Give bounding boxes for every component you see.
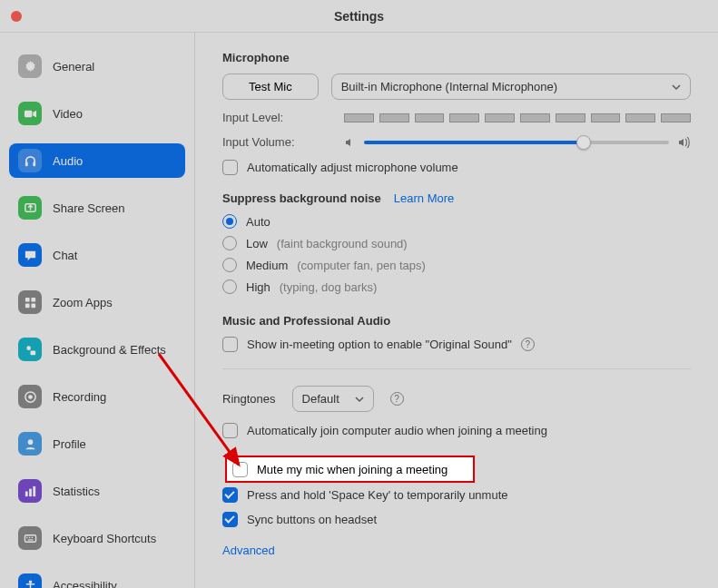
- noise-auto-radio[interactable]: [222, 214, 237, 229]
- microphone-heading: Microphone: [222, 51, 691, 64]
- svg-point-13: [27, 439, 33, 445]
- sidebar: GeneralVideoAudioShare ScreenChatZoom Ap…: [0, 33, 194, 588]
- chevron-down-icon: [672, 83, 681, 92]
- sync-headset-checkbox[interactable]: [222, 512, 238, 527]
- access-icon: [18, 573, 42, 588]
- bg-icon: [18, 338, 42, 361]
- svg-rect-5: [25, 297, 29, 301]
- svg-rect-7: [25, 303, 29, 308]
- svg-rect-15: [29, 488, 32, 495]
- sidebar-item-share-screen[interactable]: Share Screen: [9, 191, 185, 225]
- noise-option-hint: (faint background sound): [277, 237, 408, 250]
- noise-option-label: Medium: [246, 259, 288, 272]
- svg-rect-3: [33, 162, 35, 166]
- suppress-noise-heading: Suppress background noise: [222, 191, 381, 205]
- sidebar-item-label: Profile: [53, 437, 86, 451]
- sidebar-item-label: Video: [53, 107, 83, 121]
- apps-icon: [18, 290, 42, 314]
- ringtones-select[interactable]: Default: [292, 386, 374, 412]
- space-unmute-label: Press and hold 'Space Key' to temporaril…: [247, 488, 508, 502]
- sidebar-item-label: Share Screen: [53, 201, 125, 215]
- info-icon[interactable]: ?: [390, 392, 404, 406]
- volume-low-icon: [344, 137, 355, 148]
- titlebar: Settings: [0, 0, 718, 33]
- test-mic-button[interactable]: Test Mic: [222, 74, 319, 100]
- keyboard-icon: [18, 526, 42, 550]
- svg-rect-14: [25, 491, 27, 496]
- sidebar-item-label: Keyboard Shortcuts: [53, 532, 156, 545]
- original-sound-checkbox[interactable]: [222, 337, 238, 352]
- svg-rect-6: [31, 297, 35, 301]
- sidebar-item-label: Recording: [53, 390, 106, 404]
- sidebar-item-video[interactable]: Video: [9, 96, 185, 131]
- mic-device-select[interactable]: Built-in Microphone (Internal Microphone…: [331, 74, 691, 100]
- headphones-icon: [18, 149, 42, 172]
- input-level-meter: [344, 113, 691, 122]
- noise-high-radio[interactable]: [222, 279, 237, 294]
- svg-point-9: [26, 346, 31, 350]
- svg-rect-16: [33, 485, 35, 495]
- svg-point-18: [26, 536, 28, 538]
- info-icon[interactable]: ?: [521, 338, 535, 351]
- advanced-link[interactable]: Advanced: [222, 544, 275, 557]
- svg-rect-17: [25, 534, 35, 542]
- stats-icon: [18, 479, 42, 503]
- input-volume-label: Input Volume:: [222, 135, 331, 149]
- noise-option-hint: (typing, dog barks): [280, 280, 378, 294]
- gear-icon: [18, 54, 42, 78]
- svg-point-19: [28, 536, 30, 538]
- sidebar-item-label: Chat: [53, 249, 77, 262]
- main-panel: Microphone Test Mic Built-in Microphone …: [194, 33, 718, 588]
- auto-adjust-mic-label: Automatically adjust microphone volume: [247, 161, 458, 174]
- sidebar-item-zoom-apps[interactable]: Zoom Apps: [9, 285, 185, 319]
- auto-join-audio-label: Automatically join computer audio when j…: [247, 424, 547, 437]
- mic-device-value: Built-in Microphone (Internal Microphone…: [341, 80, 557, 93]
- sidebar-item-profile[interactable]: Profile: [9, 426, 185, 461]
- auto-adjust-mic-checkbox[interactable]: [222, 160, 238, 175]
- input-level-label: Input Level:: [222, 111, 331, 124]
- svg-rect-1: [24, 110, 31, 117]
- svg-rect-2: [25, 162, 27, 166]
- profile-icon: [18, 432, 42, 456]
- ringtones-label: Ringtones: [222, 392, 276, 406]
- sidebar-item-accessibility[interactable]: Accessibility: [9, 568, 185, 588]
- sidebar-item-general[interactable]: General: [9, 49, 185, 83]
- divider: [222, 368, 691, 369]
- svg-point-12: [28, 395, 33, 399]
- share-icon: [18, 196, 42, 220]
- learn-more-link[interactable]: Learn More: [394, 191, 454, 205]
- input-volume-slider[interactable]: [364, 141, 669, 144]
- noise-option-label: Low: [246, 237, 268, 250]
- record-icon: [18, 385, 42, 408]
- sidebar-item-recording[interactable]: Recording: [9, 379, 185, 414]
- window-controls[interactable]: [11, 11, 22, 22]
- close-window-icon[interactable]: [11, 11, 22, 22]
- sidebar-item-statistics[interactable]: Statistics: [9, 474, 185, 508]
- sidebar-item-background-effects[interactable]: Background & Effects: [9, 332, 185, 367]
- sidebar-item-chat[interactable]: Chat: [9, 238, 185, 272]
- chat-icon: [18, 243, 42, 267]
- mute-on-join-label: Mute my mic when joining a meeting: [257, 463, 448, 476]
- noise-low-radio[interactable]: [222, 236, 237, 250]
- ringtones-value: Default: [302, 392, 339, 406]
- mute-on-join-checkbox[interactable]: [232, 462, 248, 477]
- original-sound-label: Show in-meeting option to enable "Origin…: [247, 338, 512, 351]
- sidebar-item-label: Background & Effects: [53, 343, 166, 357]
- space-unmute-checkbox[interactable]: [222, 487, 238, 503]
- sidebar-item-label: General: [53, 60, 94, 74]
- svg-rect-8: [31, 303, 35, 308]
- sidebar-item-label: Accessibility: [53, 579, 117, 589]
- volume-high-icon: [678, 137, 691, 148]
- sidebar-item-audio[interactable]: Audio: [9, 143, 185, 178]
- svg-rect-10: [30, 350, 35, 355]
- auto-join-audio-checkbox[interactable]: [222, 423, 238, 438]
- music-audio-heading: Music and Professional Audio: [222, 314, 691, 328]
- noise-option-label: High: [246, 280, 270, 294]
- svg-rect-21: [27, 539, 33, 540]
- sidebar-item-keyboard-shortcuts[interactable]: Keyboard Shortcuts: [9, 521, 185, 555]
- sidebar-item-label: Statistics: [53, 485, 100, 498]
- sync-headset-label: Sync buttons on headset: [247, 513, 377, 526]
- noise-medium-radio[interactable]: [222, 258, 237, 272]
- chevron-down-icon: [355, 395, 364, 404]
- window-title: Settings: [334, 9, 384, 24]
